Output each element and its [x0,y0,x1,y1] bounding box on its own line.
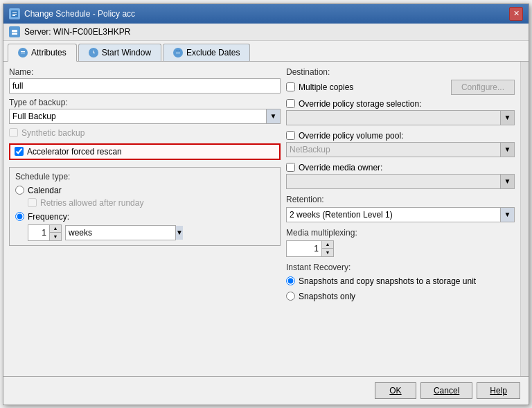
backup-type-arrow[interactable]: ▼ [266,109,280,123]
tab-exclude-dates[interactable]: Exclude Dates [163,44,250,61]
instant-recovery-section: Instant Recovery: Snapshots and copy sna… [286,263,515,304]
schedule-type-title: Schedule type: [15,172,274,181]
accelerator-rescan-checkbox[interactable] [15,147,24,156]
override-volume-label: Override policy volume pool: [299,131,403,141]
override-media-dropdown[interactable]: ▼ [286,174,515,189]
svg-rect-14 [179,50,179,51]
media-multiplexing-down-btn[interactable]: ▼ [322,249,333,256]
frequency-unit-dropdown[interactable]: ▼ [65,225,176,240]
server-icon [9,26,20,37]
override-media-arrow[interactable]: ▼ [500,175,514,188]
override-storage-checkbox-row: Override policy storage selection: [286,99,515,109]
title-bar: Change Schedule - Policy acc ✕ [3,4,529,24]
backup-type-dropdown[interactable]: ▼ [9,109,281,124]
svg-rect-5 [12,33,17,35]
synthetic-backup-row: Synthetic backup [9,128,281,138]
synthetic-backup-label: Synthetic backup [21,128,85,138]
media-multiplexing-spinner[interactable]: ▲ ▼ [286,240,334,257]
instant-recovery-label: Instant Recovery: [286,263,515,272]
close-button[interactable]: ✕ [509,7,523,21]
start-window-tab-icon [89,48,98,57]
tabs-bar: Attributes Start Window Exclude Dates [3,41,529,62]
destination-section: Destination: Multiple copies Configure..… [286,67,515,304]
spinner-up-btn[interactable]: ▲ [50,225,61,233]
retries-checkbox[interactable] [28,198,37,207]
name-label: Name: [9,67,281,77]
override-volume-input[interactable] [287,143,500,156]
server-label: Server: WIN-FC00EL3HKPR [24,27,130,37]
svg-rect-8 [21,53,25,53]
frequency-radio[interactable] [15,212,24,221]
override-media-checkbox-row: Override media owner: [286,163,515,172]
calendar-radio-row: Calendar [15,186,274,195]
override-media-label: Override media owner: [299,163,382,172]
attributes-tab-icon [18,48,28,57]
cancel-button[interactable]: Cancel [420,382,472,399]
media-multiplexing-label: Media multiplexing: [286,228,515,238]
svg-rect-4 [12,30,17,32]
retention-input[interactable] [287,209,500,221]
spinner-buttons: ▲ ▼ [49,225,61,240]
snapshots-only-radio[interactable] [286,292,295,301]
media-multiplexing-input[interactable] [287,241,321,256]
scrollbar[interactable] [520,62,529,376]
frequency-unit-arrow[interactable]: ▼ [175,226,183,240]
retries-label: Retries allowed after runday [40,198,143,208]
frequency-spinner[interactable]: ▲ ▼ [28,224,62,241]
tab-exclude-dates-label: Exclude Dates [186,48,240,57]
override-storage-dropdown[interactable]: ▼ [286,110,515,125]
bottom-bar: OK Cancel Help [3,376,529,405]
name-field-group: Name: [9,67,281,94]
configure-button[interactable]: Configure... [451,80,515,95]
svg-rect-3 [12,15,15,16]
override-storage-checkbox[interactable] [286,99,295,108]
multiple-copies-label: Multiple copies [299,82,353,92]
svg-rect-13 [177,50,177,51]
override-media-input[interactable] [287,175,500,188]
backup-type-input[interactable] [10,110,266,123]
content-area: Name: Type of backup: ▼ Synthetic backup [3,62,520,376]
override-volume-dropdown[interactable]: ▼ [286,142,515,157]
synthetic-backup-checkbox[interactable] [9,128,18,137]
multiple-copies-checkbox[interactable] [286,82,295,91]
override-media-field: Override media owner: ▼ [286,163,515,189]
frequency-value-input[interactable] [28,225,49,240]
frequency-unit-input[interactable] [66,227,175,239]
snapshots-copy-radio[interactable] [286,276,295,285]
override-volume-checkbox[interactable] [286,131,295,140]
calendar-radio[interactable] [15,186,24,195]
frequency-label: Frequency: [28,212,69,222]
right-panel: Destination: Multiple copies Configure..… [286,67,515,371]
help-button[interactable]: Help [477,382,520,399]
media-multiplexing-up-btn[interactable]: ▲ [322,241,333,249]
override-storage-label: Override policy storage selection: [299,99,421,109]
backup-type-field-group: Type of backup: ▼ [9,98,281,124]
snapshots-copy-label: Snapshots and copy snapshots to a storag… [299,276,476,286]
dialog-title: Change Schedule - Policy acc [24,9,135,19]
backup-type-label: Type of backup: [9,98,281,107]
change-schedule-dialog: Change Schedule - Policy acc ✕ Server: W… [3,3,529,405]
accelerator-rescan-label: Accelerator forced rescan [27,147,122,157]
ok-button[interactable]: OK [375,382,416,399]
override-storage-input[interactable] [287,112,500,124]
override-volume-arrow[interactable]: ▼ [500,143,514,157]
tab-attributes[interactable]: Attributes [8,44,77,62]
retention-dropdown[interactable]: ▼ [286,207,515,222]
override-storage-field: Override policy storage selection: ▼ [286,99,515,125]
override-volume-checkbox-row: Override policy volume pool: [286,131,515,141]
left-panel: Name: Type of backup: ▼ Synthetic backup [9,67,281,371]
override-media-checkbox[interactable] [286,163,295,172]
retention-field: Retention: ▼ [286,195,515,222]
retention-arrow[interactable]: ▼ [500,208,514,222]
svg-rect-15 [176,53,180,53]
name-input[interactable] [9,78,281,94]
tab-start-window[interactable]: Start Window [78,44,161,61]
media-multiplexing-spinner-btns: ▲ ▼ [321,241,333,256]
accelerator-rescan-row: Accelerator forced rescan [9,143,281,160]
svg-rect-7 [21,51,25,52]
override-storage-arrow[interactable]: ▼ [500,111,514,125]
calendar-label: Calendar [28,186,62,195]
svg-rect-2 [12,14,17,15]
tab-attributes-label: Attributes [31,48,66,57]
spinner-down-btn[interactable]: ▼ [50,233,61,240]
